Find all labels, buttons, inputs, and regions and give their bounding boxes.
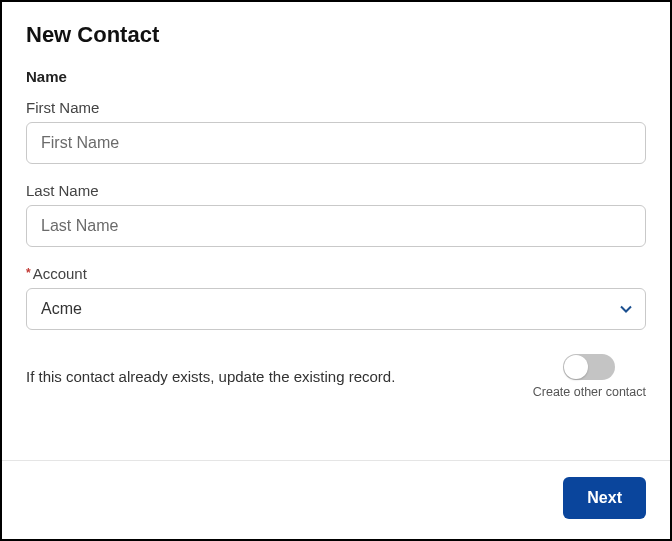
helper-text: If this contact already exists, update t… [26,368,395,385]
modal-body: New Contact Name First Name Last Name *A… [2,2,670,460]
account-select-wrap: Acme [26,288,646,330]
create-other-contact-toggle[interactable] [563,354,615,380]
next-button[interactable]: Next [563,477,646,519]
helper-row: If this contact already exists, update t… [26,354,646,399]
account-label: *Account [26,265,646,282]
toggle-block: Create other contact [533,354,646,399]
first-name-field: First Name [26,99,646,164]
modal-footer: Next [2,460,670,539]
account-label-text: Account [33,265,87,282]
page-title: New Contact [26,22,646,48]
last-name-input[interactable] [26,205,646,247]
last-name-field: Last Name [26,182,646,247]
first-name-input[interactable] [26,122,646,164]
account-select[interactable]: Acme [26,288,646,330]
first-name-label: First Name [26,99,646,116]
toggle-label: Create other contact [533,385,646,399]
account-field: *Account Acme [26,265,646,330]
account-selected-value: Acme [41,300,82,318]
required-asterisk-icon: * [26,266,31,280]
new-contact-modal: New Contact Name First Name Last Name *A… [0,0,672,541]
toggle-thumb [564,355,588,379]
last-name-label: Last Name [26,182,646,199]
name-section-title: Name [26,68,646,85]
